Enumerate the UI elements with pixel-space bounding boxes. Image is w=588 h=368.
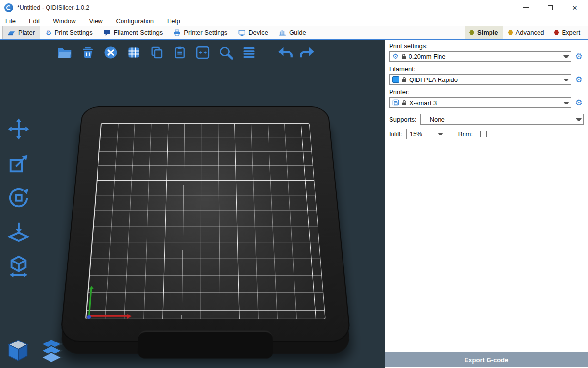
view-toggles: [4, 337, 65, 365]
copy-button[interactable]: [147, 43, 166, 62]
supports-combo[interactable]: None: [420, 114, 584, 125]
menu-view[interactable]: View: [89, 17, 103, 25]
mode-expert[interactable]: Expert: [549, 26, 585, 39]
expert-mode-dot-icon: [554, 30, 559, 35]
mode-label: Expert: [562, 29, 580, 36]
undo-icon: [276, 46, 293, 59]
gear-icon: ⚙: [46, 29, 52, 36]
print-settings-combo[interactable]: ⚙ 0.20mm Fine: [389, 51, 571, 62]
lock-icon: [402, 77, 407, 83]
menu-configuration[interactable]: Configuration: [116, 17, 154, 25]
settings-sidebar: Print settings: ⚙ 0.20mm Fine ⚙ Filament…: [385, 40, 588, 368]
main-area: Print settings: ⚙ 0.20mm Fine ⚙ Filament…: [0, 40, 588, 368]
chevron-down-icon: [564, 102, 569, 104]
3d-editor-view-icon: [4, 337, 32, 365]
rotate-tool[interactable]: [6, 185, 31, 210]
copy-icon: [150, 46, 164, 59]
scale-tool[interactable]: [6, 151, 31, 176]
tab-label: Printer Settings: [184, 29, 227, 36]
menu-edit[interactable]: Edit: [29, 17, 40, 25]
arrange-button[interactable]: [124, 43, 143, 62]
redo-button[interactable]: [298, 43, 317, 62]
plater-icon: [8, 29, 15, 36]
filament-gear-button[interactable]: ⚙: [574, 76, 584, 84]
export-gcode-button[interactable]: Export G-code: [385, 352, 588, 367]
open-folder-icon: [57, 46, 72, 59]
window-title: *Untitled - QIDISlicer-1.0.2: [17, 4, 89, 11]
brim-checkbox[interactable]: [480, 131, 487, 137]
advanced-mode-dot-icon: [508, 30, 513, 35]
tab-guide[interactable]: Guide: [273, 26, 312, 39]
trash-icon: [81, 46, 95, 59]
print-bed-surface: [85, 123, 326, 319]
printer-combo[interactable]: X-smart 3: [389, 97, 571, 108]
tab-label: Filament Settings: [114, 29, 163, 36]
infill-combo[interactable]: 15%: [406, 129, 445, 139]
mode-simple[interactable]: Simple: [465, 26, 503, 39]
layer-list-button[interactable]: [240, 43, 258, 62]
undo-button[interactable]: [275, 43, 294, 62]
print-settings-value: 0.20mm Fine: [409, 53, 561, 60]
filament-color-swatch: [392, 76, 399, 83]
title-bar: *Untitled - QIDISlicer-1.0.2 ✕: [0, 0, 588, 15]
print-bed: [60, 106, 351, 342]
menu-file[interactable]: File: [5, 17, 16, 25]
scale-icon: [7, 152, 30, 175]
preview-view-button[interactable]: [38, 337, 65, 365]
tab-printer-settings[interactable]: Printer Settings: [168, 26, 233, 39]
measure-tool[interactable]: [6, 254, 31, 279]
printer-gear-button[interactable]: ⚙: [574, 99, 584, 107]
viewport-toolbar: [55, 43, 317, 62]
mode-label: Advanced: [516, 29, 544, 36]
qidislicer-window: *Untitled - QIDISlicer-1.0.2 ✕ File Edit…: [0, 0, 588, 368]
brim-label: Brim:: [458, 131, 473, 138]
minimize-icon: [523, 7, 529, 8]
menu-help[interactable]: Help: [167, 17, 180, 25]
gear-icon: ⚙: [392, 53, 399, 60]
measure-icon: [7, 255, 30, 278]
tab-plater[interactable]: Plater: [2, 26, 40, 39]
supports-label: Supports:: [389, 116, 416, 123]
device-monitor-icon: [238, 29, 245, 36]
filament-spool-icon: [103, 29, 111, 36]
move-tool[interactable]: [6, 117, 31, 141]
filament-combo[interactable]: QIDI PLA Rapido: [389, 74, 571, 85]
paste-button[interactable]: [171, 43, 189, 62]
window-controls: ✕: [522, 4, 583, 12]
chevron-down-icon: [564, 79, 569, 81]
delete-button[interactable]: [78, 43, 97, 62]
editor-view-button[interactable]: [4, 337, 32, 365]
tab-label: Guide: [289, 29, 306, 36]
layers-preview-icon: [38, 337, 65, 365]
print-settings-label: Print settings:: [389, 42, 584, 50]
flatten-tool[interactable]: [6, 220, 31, 244]
printer-label: Printer:: [389, 88, 584, 96]
tab-filament-settings[interactable]: Filament Settings: [98, 26, 168, 39]
bed-handle: [137, 331, 274, 359]
infill-value: 15%: [410, 131, 435, 138]
origin-indicator: [87, 315, 91, 319]
mode-advanced[interactable]: Advanced: [504, 26, 549, 39]
x-axis-indicator: [88, 315, 127, 317]
menu-window[interactable]: Window: [53, 17, 75, 25]
search-icon: [218, 45, 234, 60]
search-button[interactable]: [217, 43, 235, 62]
delete-all-button[interactable]: [101, 43, 120, 62]
close-button[interactable]: ✕: [571, 4, 579, 12]
open-button[interactable]: [55, 43, 74, 62]
minimize-button[interactable]: [522, 4, 530, 12]
maximize-button[interactable]: [546, 4, 554, 12]
printer-icon: [173, 29, 181, 36]
tab-device[interactable]: Device: [233, 26, 273, 39]
tab-label: Plater: [18, 29, 35, 36]
mode-label: Simple: [477, 29, 498, 36]
rotate-icon: [7, 186, 30, 209]
split-button[interactable]: [194, 43, 212, 62]
filament-label: Filament:: [389, 65, 584, 73]
arrange-icon: [127, 46, 141, 59]
tab-print-settings[interactable]: ⚙ Print Settings: [40, 26, 98, 39]
tab-label: Print Settings: [55, 29, 93, 36]
print-settings-gear-button[interactable]: ⚙: [574, 53, 584, 61]
3d-viewport[interactable]: [0, 40, 385, 368]
redo-icon: [299, 46, 316, 59]
